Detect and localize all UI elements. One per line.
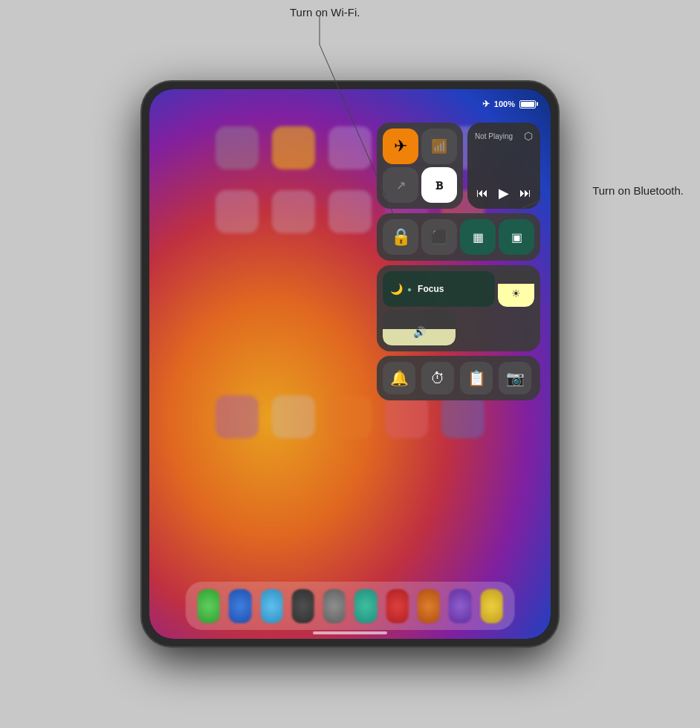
- airplane-mode-button[interactable]: ✈: [383, 129, 418, 164]
- dock-icon-7[interactable]: [386, 589, 408, 623]
- alarm-icon: 🔔: [390, 369, 409, 387]
- brightness-icon: ☀: [511, 287, 521, 299]
- second-row-panel: 🔒 ⬛ ▦ ▣: [377, 213, 540, 261]
- dock-icon-3[interactable]: [260, 589, 282, 623]
- moon-icon: 🌙: [390, 283, 403, 295]
- app-icon-13: [328, 395, 372, 438]
- app-icon-3: [328, 126, 372, 169]
- app-icon-6: [215, 190, 259, 233]
- green-tile-1[interactable]: ▦: [460, 219, 496, 255]
- dock-icon-2[interactable]: [229, 589, 251, 623]
- airplay-icon[interactable]: ⬡: [524, 130, 533, 142]
- notes-icon: 📋: [467, 369, 486, 387]
- dock-icon-10[interactable]: [480, 589, 502, 623]
- notes-button[interactable]: 📋: [460, 362, 493, 394]
- dock-icon-8[interactable]: [418, 589, 440, 623]
- volume-icon: 🔊: [413, 326, 426, 338]
- connectivity-panel: ✈ 📶 ↗ ʙ: [377, 123, 463, 209]
- now-playing-panel: Not Playing ⬡ ⏮ ▶ ⏭: [467, 123, 540, 209]
- app-icon-11: [215, 395, 259, 438]
- wifi-annotation: Turn on Wi-Fi.: [290, 6, 360, 19]
- app-icon-15: [441, 395, 485, 438]
- green-tile-1-icon: ▦: [473, 230, 484, 244]
- mirror-icon: ↗: [396, 178, 406, 192]
- dock: [186, 582, 515, 630]
- dock-icon-6[interactable]: [354, 589, 377, 623]
- playback-controls: ⏮ ▶ ⏭: [475, 185, 533, 201]
- timer-icon: ⏱: [430, 370, 445, 387]
- green-tile-2[interactable]: ▣: [499, 219, 534, 255]
- dot-icon: ●: [407, 285, 412, 293]
- airplane-mode-icon: ✈: [482, 99, 490, 109]
- timer-button[interactable]: ⏱: [421, 362, 454, 394]
- camera-icon: 📷: [506, 369, 525, 387]
- app-icon-8: [328, 190, 372, 233]
- bluetooth-annotation: Turn on Bluetooth.: [592, 184, 684, 197]
- app-icon-2: [272, 126, 315, 169]
- focus-button[interactable]: 🌙 ● Focus: [383, 271, 495, 307]
- app-icon-14: [385, 395, 428, 438]
- forward-button[interactable]: ⏭: [519, 186, 531, 200]
- dock-icon-9[interactable]: [449, 589, 471, 623]
- dock-icon-4[interactable]: [291, 589, 314, 623]
- rotation-lock-button[interactable]: 🔒: [383, 219, 418, 255]
- now-playing-label: Not Playing: [475, 132, 513, 140]
- battery-indicator: [519, 100, 536, 108]
- control-center: ✈ 📶 ↗ ʙ Not Playing ⬡: [377, 123, 540, 400]
- app-icon-1: [215, 126, 259, 169]
- status-bar: ✈ 100%: [149, 89, 551, 119]
- focus-label: Focus: [418, 284, 444, 294]
- bluetooth-icon: ʙ: [435, 177, 443, 193]
- battery-fill: [521, 102, 534, 107]
- wifi-icon: 📶: [431, 138, 447, 155]
- home-indicator: [313, 631, 387, 634]
- ipad-screen: ✈ 100% ✈ 📶 ↗: [149, 89, 551, 639]
- ipad-frame: ✈ 100% ✈ 📶 ↗: [142, 82, 558, 646]
- dock-icon-5[interactable]: [323, 589, 346, 623]
- status-bar-right: ✈ 100%: [482, 99, 536, 109]
- play-button[interactable]: ▶: [499, 185, 509, 201]
- app-icon-7: [272, 190, 315, 233]
- dock-icon-1[interactable]: [198, 589, 220, 623]
- lock-icon: 🔒: [391, 227, 411, 247]
- wifi-button[interactable]: 📶: [421, 129, 457, 164]
- volume-slider[interactable]: 🔊: [383, 310, 456, 345]
- bluetooth-button[interactable]: ʙ: [421, 167, 457, 203]
- app-icon-12: [272, 395, 315, 438]
- mirror-icon2: ⬛: [431, 229, 447, 245]
- third-row-panel: 🌙 ● Focus ☀ 🔊: [377, 265, 540, 351]
- camera-button[interactable]: 📷: [499, 362, 531, 394]
- screen-mirror-button2[interactable]: ⬛: [421, 219, 457, 255]
- brightness-slider[interactable]: ☀: [498, 271, 534, 307]
- alarm-button[interactable]: 🔔: [383, 362, 415, 394]
- fourth-row-panel: 🔔 ⏱ 📋 📷: [377, 356, 540, 400]
- green-tile-2-icon: ▣: [511, 230, 522, 244]
- airplane-mode-icon: ✈: [394, 137, 407, 156]
- screen-mirror-button[interactable]: ↗: [383, 167, 418, 203]
- battery-percent: 100%: [494, 100, 515, 108]
- rewind-button[interactable]: ⏮: [476, 186, 488, 200]
